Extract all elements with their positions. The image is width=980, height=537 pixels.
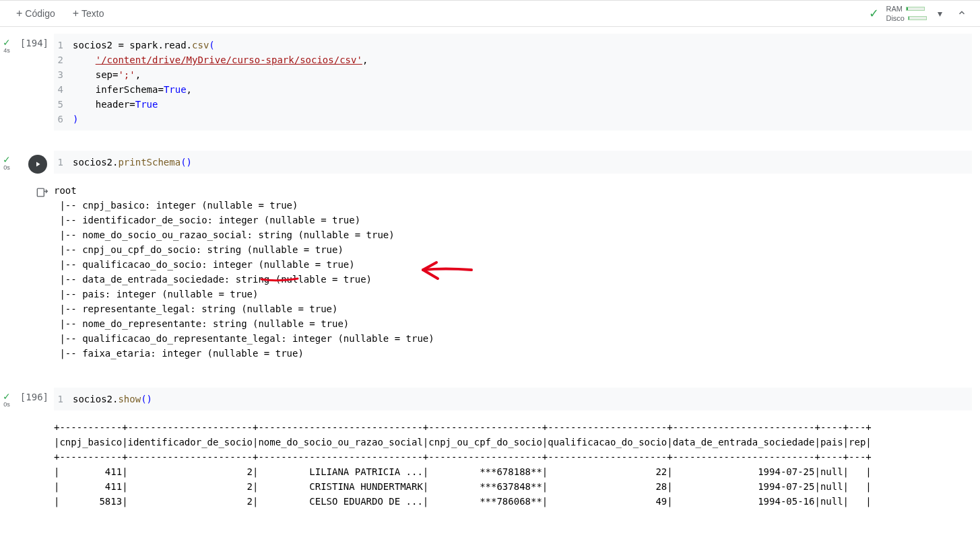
check-icon: ✓	[3, 155, 11, 164]
plus-icon: +	[16, 7, 22, 20]
status-check-icon: ✓	[869, 6, 879, 21]
cell-gutter: ✓4s[194]	[0, 34, 54, 131]
exec-status: ✓4s	[3, 38, 11, 54]
exec-time: 4s	[3, 47, 10, 54]
code-text: socios2.show()	[73, 392, 152, 406]
add-code-button[interactable]: + Código	[9, 5, 62, 22]
code-line: 2 '/content/drive/MyDrive/curso-spark/so…	[54, 52, 972, 67]
toolbar-left: + Código + Texto	[9, 5, 111, 22]
cell-gutter: ✓0s	[0, 151, 54, 174]
code-editor[interactable]: 1socios2 = spark.read.csv(2 '/content/dr…	[54, 34, 972, 131]
output-content: root |-- cnpj_basico: integer (nullable …	[54, 179, 980, 367]
code-text: sep=';',	[73, 67, 141, 82]
collapse-toolbar-button[interactable]	[953, 5, 971, 22]
output-cell: +-----------+----------------------+----…	[0, 413, 980, 511]
code-line: 4 inferSchema=True,	[54, 82, 972, 97]
add-code-label: Código	[25, 8, 55, 19]
exec-count: [196]	[20, 392, 48, 402]
table-output: +-----------+----------------------+----…	[54, 416, 972, 509]
code-editor[interactable]: 1socios2.printSchema()	[54, 151, 972, 174]
code-cell: ✓0s1socios2.printSchema()	[0, 148, 980, 176]
check-icon: ✓	[3, 38, 11, 47]
cell-content: 1socios2.show()	[54, 388, 980, 410]
line-number: 5	[54, 97, 73, 112]
check-icon: ✓	[3, 392, 11, 401]
code-cell: ✓0s[196]1socios2.show()	[0, 385, 980, 413]
svg-rect-0	[37, 188, 44, 196]
handdrawn-annotation	[54, 179, 539, 354]
exec-count: [194]	[20, 38, 48, 48]
schema-output: root |-- cnpj_basico: integer (nullable …	[54, 179, 972, 367]
code-editor[interactable]: 1socios2.show()	[54, 388, 972, 410]
cell-gutter	[0, 416, 54, 509]
line-number: 4	[54, 82, 73, 97]
ram-bar	[906, 7, 925, 11]
toolbar-right: ✓ RAM Disco ▾	[869, 5, 971, 22]
code-line: 1socios2 = spark.read.csv(	[54, 38, 972, 52]
code-line: 3 sep=';',	[54, 67, 972, 82]
cell-content: 1socios2 = spark.read.csv(2 '/content/dr…	[54, 34, 980, 131]
code-text: inferSchema=True,	[73, 82, 192, 97]
resource-indicator[interactable]: RAM Disco	[886, 5, 927, 22]
resource-dropdown-button[interactable]: ▾	[934, 5, 946, 22]
line-number: 3	[54, 67, 73, 82]
disk-label: Disco	[886, 14, 905, 22]
code-text: '/content/drive/MyDrive/curso-spark/soci…	[73, 52, 368, 67]
code-line: 1socios2.show()	[54, 392, 972, 406]
cell-gutter	[0, 179, 54, 367]
add-text-label: Texto	[81, 8, 104, 19]
output-cell: root |-- cnpj_basico: integer (nullable …	[0, 176, 980, 370]
run-cell-button[interactable]	[28, 155, 47, 174]
code-cell: ✓4s[194]1socios2 = spark.read.csv(2 '/co…	[0, 31, 980, 133]
exec-status: ✓0s	[3, 155, 11, 171]
toolbar: + Código + Texto ✓ RAM Disco ▾	[0, 0, 980, 27]
code-text: header=True	[73, 97, 158, 112]
line-number: 1	[54, 392, 73, 406]
code-line: 5 header=True	[54, 97, 972, 112]
exec-time: 0s	[3, 164, 10, 171]
exec-time: 0s	[3, 401, 10, 408]
cell-content: 1socios2.printSchema()	[54, 151, 980, 174]
line-number: 1	[54, 155, 73, 170]
notebook-cells: ✓4s[194]1socios2 = spark.read.csv(2 '/co…	[0, 27, 980, 511]
line-number: 6	[54, 112, 73, 127]
line-number: 1	[54, 38, 73, 52]
code-line: 6)	[54, 112, 972, 127]
cell-gutter: ✓0s[196]	[0, 388, 54, 410]
exec-status: ✓0s	[3, 392, 11, 408]
output-content: +-----------+----------------------+----…	[54, 416, 980, 509]
code-text: socios2.printSchema()	[73, 155, 192, 170]
code-text: )	[73, 112, 78, 127]
add-text-button[interactable]: + Texto	[66, 5, 111, 22]
disk-bar	[908, 16, 927, 20]
line-number: 2	[54, 52, 73, 67]
ram-label: RAM	[886, 5, 902, 13]
code-line: 1socios2.printSchema()	[54, 155, 972, 170]
code-text: socios2 = spark.read.csv(	[73, 38, 215, 52]
clear-output-button[interactable]	[35, 183, 48, 201]
plus-icon: +	[73, 7, 79, 20]
